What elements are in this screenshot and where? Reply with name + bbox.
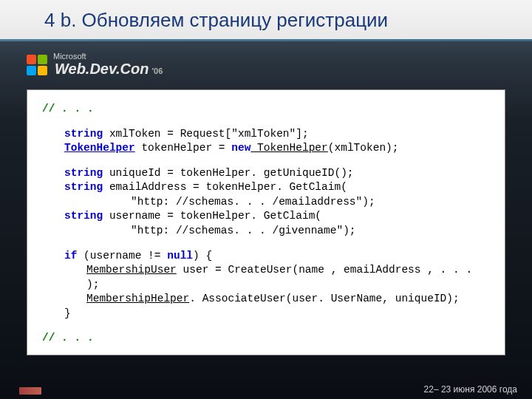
footer-accent-icon: [19, 387, 41, 395]
slide-title: 4 b. Обновляем страницу регистрации: [44, 9, 532, 32]
code-line: string xmlToken = Request["xmlToken"];: [64, 127, 490, 142]
code-line: MembershipUser user = CreateUser(name , …: [64, 263, 490, 292]
code-line: string emailAddress = tokenHelper. GetCl…: [64, 180, 490, 195]
slide: 4 b. Обновляем страницу регистрации Micr…: [0, 0, 532, 399]
code-line: string username = tokenHelper. GetClaim(: [64, 209, 490, 224]
brand-name: Web.Dev.Con: [55, 61, 149, 77]
code-block: // . . . string xmlToken = Request["xmlT…: [27, 89, 505, 355]
footer-dates: 22– 23 июня 2006 года: [424, 384, 517, 395]
logo-text: Microsoft Web.Dev.Con'06: [53, 52, 163, 78]
brand-year: '06: [151, 66, 163, 75]
microsoft-logo-icon: [27, 55, 47, 75]
code-line: "http: //schemas. . . /givenname");: [64, 224, 490, 239]
code-line: }: [64, 307, 490, 321]
code-line: if (username != null) {: [64, 249, 490, 264]
code-line: TokenHelper tokenHelper = new TokenHelpe…: [64, 141, 490, 156]
footer: 22– 23 июня 2006 года: [15, 384, 517, 395]
logo-row: Microsoft Web.Dev.Con'06: [0, 41, 532, 85]
brand-label: Web.Dev.Con'06: [55, 61, 163, 77]
code-line: string uniqueId = tokenHelper. getUnique…: [64, 166, 490, 181]
code-line: "http: //schemas. . . /emailaddress");: [64, 195, 490, 210]
code-line: MembershipHelper. AssociateUser(user. Us…: [64, 292, 490, 307]
microsoft-label: Microsoft: [53, 52, 163, 61]
code-comment: // . . .: [42, 103, 94, 115]
title-bar: 4 b. Обновляем страницу регистрации: [0, 0, 532, 39]
code-comment: // . . .: [42, 332, 94, 344]
